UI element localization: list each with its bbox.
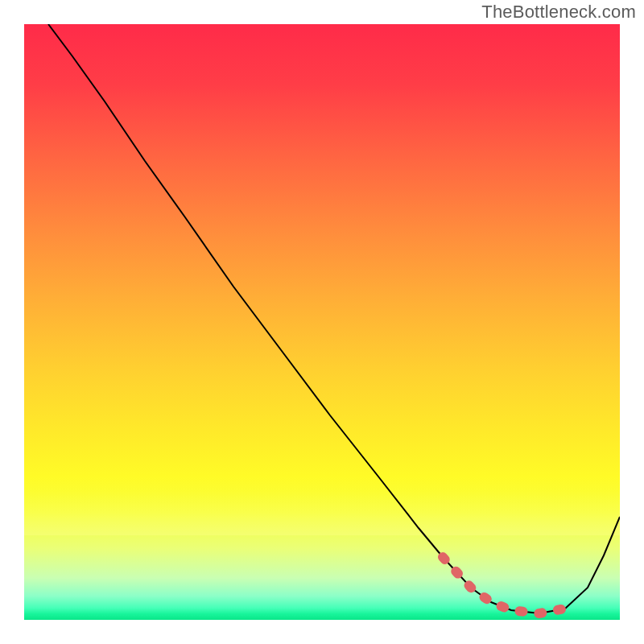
watermark-text: TheBottleneck.com [481, 2, 636, 23]
chart-plot-area [24, 24, 620, 620]
bottleneck-curve-path [48, 24, 620, 613]
chart-svg [24, 24, 620, 620]
valley-highlight-path [443, 557, 565, 613]
